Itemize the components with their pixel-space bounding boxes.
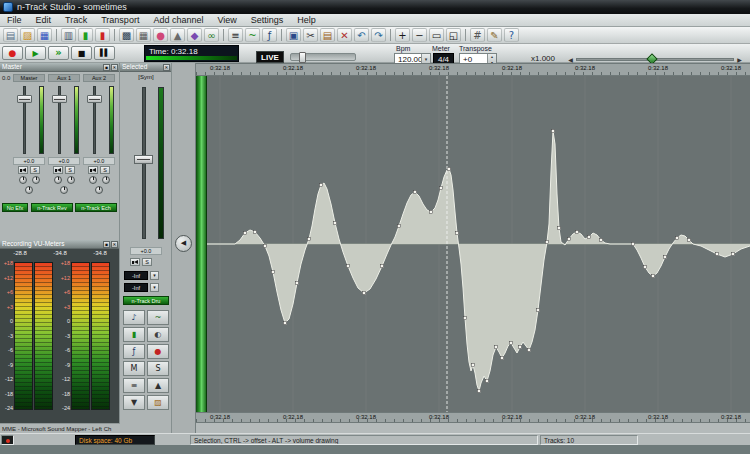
pan-knob[interactable] — [89, 176, 97, 184]
open-file-icon[interactable]: ▨ — [20, 28, 35, 42]
virtual-keyboard-icon[interactable]: ▦ — [136, 28, 151, 42]
save-file-icon[interactable]: ▦ — [37, 28, 52, 42]
envelope-node[interactable] — [551, 129, 554, 132]
envelope-node[interactable] — [536, 308, 539, 311]
master-effect-1-button[interactable]: n-Track Rev — [31, 203, 73, 212]
track-solo-button[interactable]: S — [147, 361, 169, 376]
fader-knob[interactable] — [87, 95, 102, 103]
mixer-icon[interactable]: ▥ — [61, 28, 76, 42]
timeline-ruler-bottom[interactable]: 0:32.180:32.180:32.180:32.180:32.180:32.… — [196, 412, 750, 423]
panel-minimize-button[interactable]: ▪ — [103, 64, 110, 71]
master-effect-2-button[interactable]: n-Track Ech — [75, 203, 117, 212]
envelope-node[interactable] — [557, 226, 560, 229]
volume-fader[interactable] — [13, 84, 45, 156]
track-up-button[interactable]: ▲ — [147, 378, 169, 393]
fader-knob[interactable] — [52, 95, 67, 103]
aux2-send-knob[interactable] — [25, 186, 33, 194]
solo-button[interactable]: S — [142, 258, 152, 266]
envelope-node[interactable] — [362, 291, 365, 294]
envelope-node[interactable] — [271, 270, 274, 273]
fast-forward-button[interactable]: » — [48, 46, 69, 60]
metronome-icon[interactable]: ▲ — [170, 28, 185, 42]
mute-button[interactable] — [130, 258, 140, 266]
effects-icon[interactable]: ƒ — [262, 28, 277, 42]
envelope-node[interactable] — [500, 356, 503, 359]
envelope-node[interactable] — [397, 224, 400, 227]
envelope-node[interactable] — [471, 363, 474, 366]
aux1-send-knob[interactable] — [67, 176, 75, 184]
envelope-node[interactable] — [527, 348, 530, 351]
recording-vu-icon[interactable]: ▮ — [95, 28, 110, 42]
snap-grid-icon[interactable]: # — [470, 28, 485, 42]
solo-button[interactable]: S — [65, 166, 75, 174]
pause-button[interactable]: ▌▌ — [94, 46, 115, 60]
envelope-node[interactable] — [715, 252, 718, 255]
track-color-strip[interactable] — [196, 76, 207, 412]
envelope-node[interactable] — [509, 341, 512, 344]
track-menu-button[interactable]: ≡ — [123, 378, 145, 393]
volume-fader[interactable] — [83, 84, 115, 156]
timeline-ruler-top[interactable]: 0:32.180:32.180:32.180:32.180:32.180:32.… — [196, 63, 750, 76]
help-icon[interactable]: ? — [504, 28, 519, 42]
envelope-node[interactable] — [307, 237, 310, 240]
envelope-node[interactable] — [413, 190, 416, 193]
envelope-node[interactable] — [243, 231, 246, 234]
envelope-node[interactable] — [651, 274, 654, 277]
fader-knob[interactable] — [134, 155, 153, 164]
track-down-button[interactable]: ▼ — [123, 395, 145, 410]
volume-fader[interactable] — [48, 84, 80, 156]
scroll-left-button[interactable]: ◀ — [175, 235, 192, 252]
vu-panel-header[interactable]: Recording VU-Meters ▪ ✕ — [0, 240, 119, 249]
envelope-node[interactable] — [675, 236, 678, 239]
paste-icon[interactable]: ▤ — [320, 28, 335, 42]
fader-knob[interactable] — [17, 95, 32, 103]
track-folder-button[interactable]: ▨ — [147, 395, 169, 410]
envelope-node[interactable] — [333, 221, 336, 224]
aux2-send-knob[interactable] — [60, 186, 68, 194]
envelope-node[interactable] — [429, 210, 432, 213]
envelope-node[interactable] — [545, 240, 548, 243]
track-volume-button[interactable]: ▮ — [123, 327, 145, 342]
redo-icon[interactable]: ↷ — [371, 28, 386, 42]
envelope-node[interactable] — [319, 183, 322, 186]
stop-button[interactable]: ■ — [71, 46, 92, 60]
song-list-icon[interactable]: ≡ — [228, 28, 243, 42]
mute-button[interactable] — [18, 166, 28, 174]
aux2-send-knob[interactable] — [95, 186, 103, 194]
menu-settings[interactable]: Settings — [244, 14, 291, 27]
eq-icon[interactable]: ~ — [245, 28, 260, 42]
piano-roll-icon[interactable]: ▩ — [119, 28, 134, 42]
live-button[interactable]: LIVE — [256, 51, 284, 63]
track-record-button[interactable]: ● — [147, 344, 169, 359]
track-effect-button[interactable]: n-Track Dru — [123, 296, 169, 305]
panel-close-button[interactable]: ✕ — [111, 241, 118, 248]
midi-settings-icon[interactable]: ◆ — [187, 28, 202, 42]
waveform-envelope[interactable] — [207, 131, 750, 391]
aux1-send-knob[interactable] — [32, 176, 40, 184]
envelope-node[interactable] — [253, 230, 256, 233]
envelope-node[interactable] — [687, 238, 690, 241]
envelope-node[interactable] — [599, 238, 602, 241]
track-mute-button[interactable]: M — [123, 361, 145, 376]
envelope-node[interactable] — [663, 255, 666, 258]
envelope-node[interactable] — [575, 230, 578, 233]
mute-button[interactable] — [88, 166, 98, 174]
menu-view[interactable]: View — [210, 14, 243, 27]
panel-minimize-button[interactable]: ▪ — [103, 241, 110, 248]
pan-knob[interactable] — [54, 176, 62, 184]
menu-file[interactable]: File — [0, 14, 29, 27]
zoom-selection-icon[interactable]: ▭ — [429, 28, 444, 42]
zoom-in-icon[interactable]: + — [395, 28, 410, 42]
envelope-node[interactable] — [463, 316, 466, 319]
track-wave-button[interactable]: ~ — [147, 310, 169, 325]
envelope-node[interactable] — [295, 281, 298, 284]
envelope-node[interactable] — [283, 321, 286, 324]
new-song-icon[interactable]: ▤ — [3, 28, 18, 42]
envelope-node[interactable] — [477, 389, 480, 392]
draw-tool-icon[interactable]: ✎ — [487, 28, 502, 42]
panel-close-button[interactable]: ✕ — [163, 64, 170, 71]
envelope-node[interactable] — [731, 252, 734, 255]
envelope-node[interactable] — [485, 379, 488, 382]
aux1-send-knob[interactable] — [102, 176, 110, 184]
envelope-node[interactable] — [643, 265, 646, 268]
